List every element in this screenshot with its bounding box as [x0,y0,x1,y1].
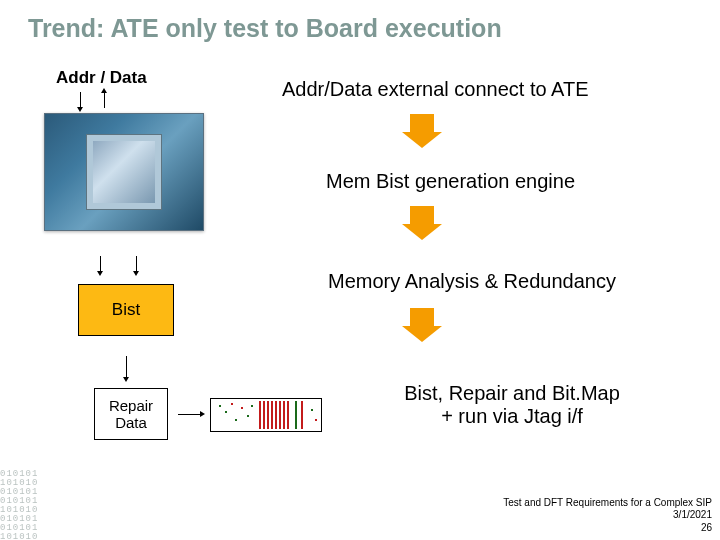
footer-title: Test and DFT Requirements for a Complex … [503,497,712,510]
flow-step-2: Mem Bist generation engine [326,170,575,193]
arrow-down-icon [136,256,137,272]
flow-step-4: Bist, Repair and Bit.Map + run via Jtag … [382,382,642,428]
arrow-down-orange-icon [410,206,434,224]
repair-label: Repair Data [109,397,153,432]
bitmap-graphic [210,398,322,432]
flow-step-1: Addr/Data external connect to ATE [282,78,588,101]
bist-box: Bist [78,284,174,336]
arrow-up-icon [104,92,105,108]
repair-data-box: Repair Data [94,388,168,440]
footer-date: 3/1/2021 [503,509,712,522]
flow-step-3: Memory Analysis & Redundancy [328,270,616,293]
arrow-down-icon [80,92,81,108]
slide-title: Trend: ATE only test to Board execution [0,0,720,43]
arrow-down-orange-icon [410,114,434,132]
slide-footer: Test and DFT Requirements for a Complex … [503,497,712,535]
chip-photo [44,113,204,231]
arrow-down-orange-icon [410,308,434,326]
binary-background-decoration: 010101 101010 010101 010101 101010 01010… [0,470,62,540]
bist-label: Bist [112,300,140,320]
flow-step-4-line1: Bist, Repair and Bit.Map [382,382,642,405]
footer-page-number: 26 [503,522,712,535]
arrow-down-icon [100,256,101,272]
arrow-right-icon [178,414,200,415]
flow-step-4-line2: + run via Jtag i/f [382,405,642,428]
addr-data-label: Addr / Data [56,68,147,88]
arrow-down-icon [126,356,127,378]
chip-die-icon [87,135,161,209]
